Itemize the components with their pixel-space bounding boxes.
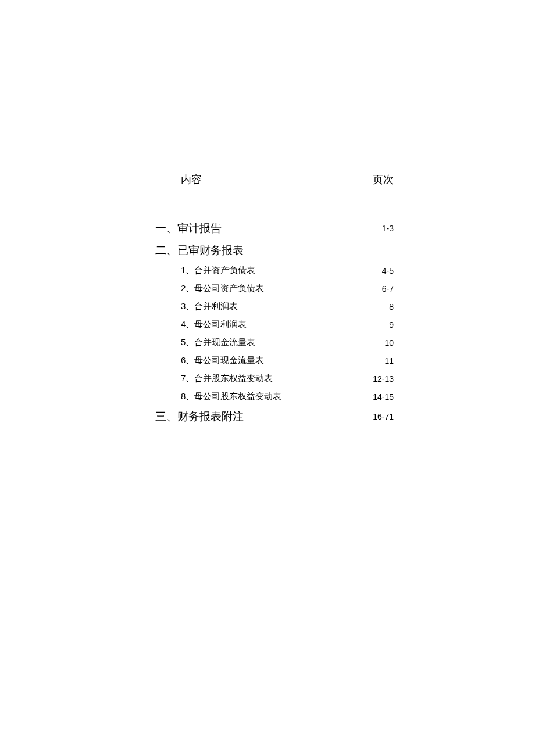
toc-sub-item-2: 2、母公司资产负债表 6-7 [155,283,394,294]
sub-item-5-pages: 10 [384,338,394,347]
section-3-title: 三、财务报表附注 [155,409,244,424]
toc-section-2: 二、已审财务报表 [155,243,394,258]
toc-sub-item-1: 1、合并资产负债表 4-5 [155,265,394,276]
sub-item-2-label: 2、母公司资产负债表 [181,283,264,294]
header-page-label: 页次 [373,173,394,187]
sub-item-6-label: 6、母公司现金流量表 [181,355,264,366]
toc-section-3: 三、财务报表附注 16-71 [155,409,394,424]
toc-container: 内容 页次 一、审计报告 1-3 二、已审财务报表 1、合并资产负债表 4-5 … [155,173,394,430]
sub-item-5-label: 5、合并现金流量表 [181,337,255,348]
sub-item-3-label: 3、合并利润表 [181,301,238,312]
toc-sub-item-4: 4、母公司利润表 9 [155,319,394,330]
sub-item-2-pages: 6-7 [382,284,394,293]
toc-section-1: 一、审计报告 1-3 [155,221,394,236]
sub-item-3-pages: 8 [389,302,394,311]
sub-item-8-pages: 14-15 [373,392,394,402]
section-1-pages: 1-3 [382,224,394,233]
header-content-label: 内容 [155,173,202,187]
sub-item-7-pages: 12-13 [373,374,394,384]
sub-item-7-label: 7、合并股东权益变动表 [181,373,273,384]
sub-item-8-label: 8、母公司股东权益变动表 [181,391,281,402]
toc-sub-item-5: 5、合并现金流量表 10 [155,337,394,348]
section-2-title: 二、已审财务报表 [155,243,244,258]
toc-header-row: 内容 页次 [155,173,394,188]
toc-sub-item-7: 7、合并股东权益变动表 12-13 [155,373,394,384]
toc-sub-item-6: 6、母公司现金流量表 11 [155,355,394,366]
toc-sub-item-3: 3、合并利润表 8 [155,301,394,312]
sub-item-6-pages: 11 [384,356,394,366]
sub-item-1-pages: 4-5 [382,266,394,275]
toc-sub-item-8: 8、母公司股东权益变动表 14-15 [155,391,394,402]
section-1-title: 一、审计报告 [155,221,222,236]
section-3-pages: 16-71 [373,412,394,421]
sub-item-4-label: 4、母公司利润表 [181,319,247,330]
sub-item-1-label: 1、合并资产负债表 [181,265,255,276]
sub-item-4-pages: 9 [389,320,394,329]
